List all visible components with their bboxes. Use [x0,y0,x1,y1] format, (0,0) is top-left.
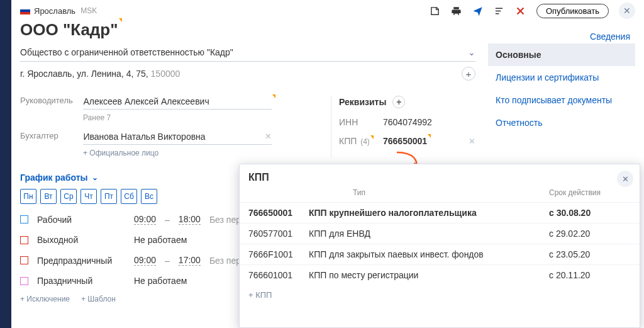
checkbox[interactable] [20,236,28,244]
no-break: Без пер [209,256,241,266]
col-type: Тип [309,188,549,197]
kpp-type: КПП крупнейшего налогоплательщика [309,208,549,218]
kpp-row[interactable]: 7666F1001 КПП для закрытых паевых инвест… [240,244,640,264]
requisites-block: Реквизиты + ИНН 7604074992 КПП (4) [331,96,475,157]
add-official-button[interactable]: + Официальное лицо [83,149,318,157]
kpp-since: с 20.11.20 [549,270,631,280]
no-break: Без пер [209,215,241,225]
top-bar: Ярославль MSK Опубликовать ✕ [11,0,644,18]
day-sun[interactable]: Вс [141,189,157,204]
kpp-row[interactable]: 766650001 КПП крупнейшего налогоплательщ… [240,202,640,223]
inn-label: ИНН [339,117,383,127]
day-sat[interactable]: Сб [121,189,137,204]
kpp-since: с 29.02.20 [549,229,631,239]
accountant-label: Бухгалтер [20,131,80,140]
kpp-since: с 23.05.20 [549,249,631,259]
kpp-value[interactable]: 766650001 [383,136,427,146]
clear-kpp-icon[interactable]: ✕ [469,137,475,146]
checkbox[interactable] [20,256,28,264]
location[interactable]: Ярославль [34,6,75,16]
inn-value: 7604074992 [383,117,432,127]
col-since: Срок действия [549,188,631,197]
publish-button[interactable]: Опубликовать [536,4,609,18]
add-requisite-icon[interactable]: + [392,96,405,108]
day-thu[interactable]: Чт [80,189,97,204]
schedule-name: Праздничный [37,276,125,286]
kpp-code: 7666F1001 [248,249,309,259]
kpp-since: с 30.08.20 [549,208,631,218]
checkbox[interactable] [20,277,28,285]
schedule-text: Не работаем [134,235,187,245]
sidenav-item-reports[interactable]: Отчетность [488,111,635,134]
app-rail[interactable] [0,0,11,328]
fullname-field[interactable]: Общество с ограниченной ответственностью… [20,43,475,62]
add-address-icon[interactable]: + [462,67,475,81]
side-nav: Основные Лицензии и сертификаты Кто подп… [488,43,635,157]
kpp-row[interactable]: 760577001 КПП для ЕНВД с 29.02.20 [240,223,640,244]
kpp-label: КПП (4) [339,136,383,146]
send-icon[interactable] [472,5,484,16]
list-icon[interactable] [494,5,505,16]
kpp-code: 766601001 [248,270,309,280]
kpp-type: КПП по месту регистрации [309,270,549,280]
time-to[interactable]: 17:00 [179,255,201,266]
note-icon[interactable] [430,5,441,16]
schedule-name: Рабочий [37,215,125,225]
schedule-name: Предпраздничный [37,256,125,266]
close-panel-icon[interactable]: ✕ [619,3,635,19]
schedule-name: Выходной [37,235,125,245]
page-title: ООО "Кадр" [11,18,127,43]
kpp-code: 760577001 [248,229,309,239]
accountant-field[interactable]: Иванова Наталья Викторовна ✕ [83,132,272,145]
info-link[interactable]: Сведения [590,31,630,42]
close-popup-icon[interactable]: ✕ [617,171,633,187]
timezone: MSK [80,6,97,15]
day-mon[interactable]: Пн [20,189,36,204]
kpp-type: КПП для ЕНВД [309,229,549,239]
director-label: Руководитель [20,96,80,105]
add-kpp-button[interactable]: + КПП [240,285,640,305]
address-field[interactable]: г. Ярославль, ул. Ленина, 4, 75, 150000 … [20,62,475,87]
day-wed[interactable]: Ср [60,189,77,204]
kpp-code: 766650001 [248,208,309,218]
time-from[interactable]: 09:00 [134,255,156,266]
schedule-text: Не работаем [134,276,187,286]
flag-icon [20,8,30,14]
add-exception-button[interactable]: + Исключение [20,295,70,303]
day-fri[interactable]: Пт [101,189,117,204]
sidenav-item-signers[interactable]: Кто подписывает документы [488,89,635,111]
popup-header-row: Тип Срок действия [240,188,640,202]
chevron-down-icon[interactable]: ⌄ [468,47,475,57]
add-template-button[interactable]: + Шаблон [81,295,116,303]
delete-icon[interactable] [515,5,526,16]
kpp-type: КПП для закрытых паевых инвест. фондов [309,249,549,259]
fullname-text: Общество с ограниченной ответственностью… [20,47,233,57]
address-text: г. Ярославль, ул. Ленина, 4, 75, 150000 [20,69,180,79]
sidenav-item-licenses[interactable]: Лицензии и сертификаты [488,66,635,89]
time-from[interactable]: 09:00 [134,214,156,225]
print-icon[interactable] [451,5,462,16]
kpp-popup: ✕ КПП Тип Срок действия 766650001 КПП кр… [239,164,640,328]
popup-title: КПП [240,164,640,188]
sidenav-item-main[interactable]: Основные [488,43,635,66]
checkbox[interactable] [20,215,28,223]
clear-accountant-icon[interactable]: ✕ [265,132,272,141]
director-previous[interactable]: Ранее 7 [83,113,318,122]
director-field[interactable]: Алексеев Алексей Алексеевич [83,96,272,110]
time-to[interactable]: 18:00 [179,214,201,225]
kpp-row[interactable]: 766601001 КПП по месту регистрации с 20.… [240,264,640,285]
day-tue[interactable]: Вт [40,189,57,204]
chevron-down-icon: ⌄ [92,173,98,182]
requisites-title: Реквизиты [339,97,386,107]
